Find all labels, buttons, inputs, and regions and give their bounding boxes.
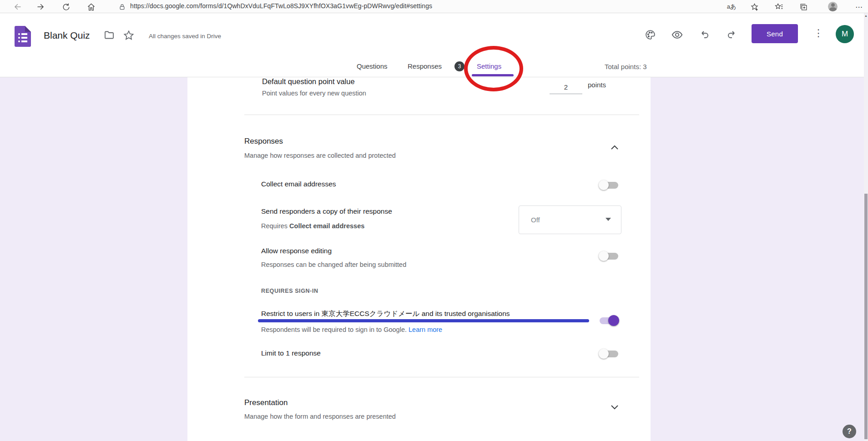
- restrict-users-toggle[interactable]: [600, 317, 618, 324]
- presentation-section-subtitle: Manage how the form and responses are pr…: [244, 413, 396, 420]
- total-points-label: Total points: 3: [605, 63, 647, 70]
- collect-email-title: Collect email addresses: [261, 180, 336, 188]
- allow-editing-title: Allow response editing: [261, 247, 332, 255]
- redo-icon[interactable]: [726, 28, 738, 41]
- send-copy-requires-bold: Collect email addresses: [289, 222, 364, 230]
- send-button[interactable]: Send: [752, 24, 798, 43]
- add-favorite-icon[interactable]: [749, 1, 760, 12]
- move-folder-icon[interactable]: [104, 30, 115, 42]
- dropdown-caret-icon: [606, 218, 611, 221]
- scrollbar-thumb[interactable]: [864, 194, 868, 439]
- allow-editing-subtitle: Responses can be changed after being sub…: [261, 261, 406, 268]
- undo-icon[interactable]: [698, 28, 711, 41]
- settings-card: [187, 77, 651, 441]
- responses-count-badge: 3: [454, 61, 464, 71]
- help-button[interactable]: ?: [843, 425, 856, 438]
- send-copy-requires: Requires Collect email addresses: [261, 222, 364, 230]
- limit-one-title: Limit to 1 response: [261, 349, 321, 357]
- scrollbar-up-arrow-icon[interactable]: ▲: [864, 14, 868, 17]
- google-forms-logo-icon: [15, 26, 31, 47]
- theme-palette-icon[interactable]: [644, 28, 656, 41]
- back-icon[interactable]: [12, 1, 23, 12]
- send-copy-dropdown[interactable]: Off: [519, 205, 621, 234]
- requires-signin-heading: REQUIRES SIGN-IN: [261, 288, 318, 294]
- presentation-section-title: Presentation: [244, 398, 288, 407]
- more-options-icon[interactable]: ⋮: [813, 27, 823, 39]
- default-points-title: Default question point value: [262, 77, 355, 86]
- browser-menu-icon[interactable]: ⋯: [853, 1, 864, 12]
- tab-questions[interactable]: Questions: [357, 62, 388, 70]
- active-tab-indicator: [472, 74, 514, 76]
- allow-editing-toggle[interactable]: [600, 253, 618, 260]
- collections-icon[interactable]: [798, 1, 809, 12]
- lock-icon: [116, 1, 127, 12]
- annotation-blue-underline: [258, 319, 589, 322]
- favorites-bar-icon[interactable]: [773, 1, 784, 12]
- collapse-chevron-up-icon[interactable]: [611, 144, 619, 149]
- forms-header: Blank Quiz All changes saved in Drive Se…: [0, 13, 868, 77]
- restrict-users-subtitle: Respondents will be required to sign in …: [261, 326, 442, 333]
- preview-eye-icon[interactable]: [671, 28, 683, 41]
- forward-icon[interactable]: [35, 1, 46, 12]
- section-divider: [244, 377, 639, 377]
- responses-section-subtitle: Manage how responses are collected and p…: [244, 152, 396, 159]
- section-divider: [244, 115, 639, 115]
- tab-responses[interactable]: Responses: [408, 62, 442, 70]
- restrict-users-title: Restrict to users in 東京大学ECCSクラウドメール and…: [261, 309, 510, 319]
- document-title[interactable]: Blank Quiz: [44, 30, 90, 41]
- learn-more-link[interactable]: Learn more: [409, 326, 442, 333]
- default-points-input[interactable]: [550, 80, 582, 94]
- browser-profile-icon[interactable]: [828, 2, 838, 11]
- star-icon[interactable]: [123, 30, 135, 43]
- default-points-subtitle: Point values for every new question: [262, 90, 366, 97]
- account-avatar[interactable]: M: [836, 25, 854, 43]
- tab-settings[interactable]: Settings: [477, 62, 501, 70]
- points-unit-label: points: [588, 81, 606, 89]
- save-status: All changes saved in Drive: [149, 33, 221, 40]
- send-copy-title: Send responders a copy of their response: [261, 207, 392, 215]
- refresh-icon[interactable]: [61, 1, 71, 12]
- responses-section-title: Responses: [244, 137, 283, 146]
- browser-toolbar: https://docs.google.com/forms/d/1QwhDxVd…: [0, 0, 868, 13]
- collect-email-toggle[interactable]: [600, 182, 618, 189]
- scrollbar[interactable]: ▲: [864, 13, 868, 441]
- dropdown-selected-value: Off: [531, 216, 540, 224]
- limit-one-toggle[interactable]: [600, 351, 618, 357]
- expand-chevron-down-icon[interactable]: [611, 404, 619, 409]
- home-icon[interactable]: [86, 1, 96, 12]
- address-bar[interactable]: https://docs.google.com/forms/d/1QwhDxVd…: [130, 2, 432, 10]
- translate-icon[interactable]: aあ: [726, 1, 737, 12]
